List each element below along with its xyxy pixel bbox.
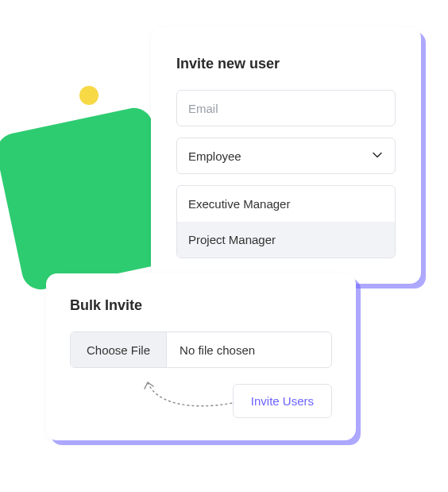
invite-users-button[interactable]: Invite Users [233, 384, 332, 418]
email-input[interactable] [176, 90, 396, 126]
choose-file-button[interactable]: Choose File [71, 332, 167, 367]
file-status-text: No file chosen [167, 332, 331, 367]
role-option-project-manager[interactable]: Project Manager [177, 222, 395, 258]
role-select[interactable]: Employee [176, 138, 396, 174]
bulk-card-title: Bulk Invite [70, 297, 332, 314]
invite-new-user-card: Invite new user Employee Executive Manag… [151, 27, 421, 284]
bulk-invite-card: Bulk Invite Choose File No file chosen I… [46, 273, 356, 440]
role-dropdown: Executive Manager Project Manager [176, 185, 396, 258]
invite-card-title: Invite new user [176, 56, 396, 72]
role-option-executive-manager[interactable]: Executive Manager [177, 186, 395, 222]
file-chooser-row: Choose File No file chosen [70, 331, 332, 368]
chevron-down-icon [371, 149, 384, 164]
curved-arrow-icon [141, 379, 237, 419]
bulk-bottom-row: Invite Users [70, 384, 332, 418]
decorative-yellow-dot [79, 86, 98, 105]
role-select-value: Employee [188, 149, 241, 163]
